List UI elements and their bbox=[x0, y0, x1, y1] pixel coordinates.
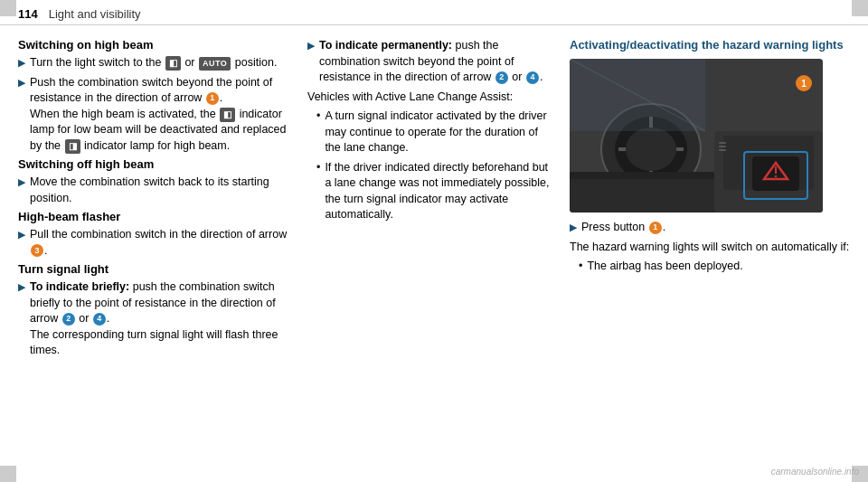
arrow-icon-1: ▶ bbox=[18, 56, 25, 70]
vehicles-text: Vehicles with Active Lane Change Assist: bbox=[307, 90, 552, 106]
push-switch-text: Push the combination switch beyond the p… bbox=[30, 75, 289, 155]
pull-switch-text: Pull the combination switch in the direc… bbox=[30, 227, 289, 259]
svg-rect-17 bbox=[719, 142, 726, 144]
auto-hazard-text: The hazard warning lights will switch on… bbox=[570, 240, 850, 256]
high-beam-indicator-badge: ◨ bbox=[65, 139, 80, 154]
list-item-press-button: ▶ Press button 1. bbox=[570, 220, 850, 236]
move-switch-text: Move the combination switch back to its … bbox=[30, 175, 289, 206]
low-beam-indicator-badge: ◧ bbox=[220, 108, 235, 122]
press-button-text: Press button 1. bbox=[581, 220, 665, 236]
section-switching-on-high-beam: Switching on high beam ▶ Turn the light … bbox=[18, 38, 289, 154]
list-item-turn-switch: ▶ Turn the light switch to the ◧ or AUTO… bbox=[18, 55, 289, 71]
right-dot-text-1: The airbag has been deployed. bbox=[587, 259, 742, 275]
mid-dot-text-2: If the driver indicated directly beforeh… bbox=[325, 160, 552, 223]
arrow-icon-6: ▶ bbox=[307, 39, 315, 52]
page-number: 114 bbox=[18, 7, 38, 21]
switching-on-list: ▶ Turn the light switch to the ◧ or AUTO… bbox=[18, 55, 289, 154]
list-item-pull-switch: ▶ Pull the combination switch in the dir… bbox=[18, 227, 289, 259]
mid-dot-text-1: A turn signal indicator activated by the… bbox=[325, 109, 552, 156]
right-dot-item-1: The airbag has been deployed. bbox=[579, 259, 850, 275]
watermark: carmanualsonline.info bbox=[771, 467, 859, 477]
list-item-move-switch: ▶ Move the combination switch back to it… bbox=[18, 175, 289, 206]
section-heading-turn: Turn signal light bbox=[18, 262, 289, 276]
badge-2b: 2 bbox=[495, 71, 508, 84]
page-container: 114 Light and visibility Switching on hi… bbox=[0, 0, 868, 482]
corner-decoration-bl bbox=[0, 466, 16, 482]
arrow-icon-4: ▶ bbox=[18, 228, 25, 241]
switching-off-list: ▶ Move the combination switch back to it… bbox=[18, 175, 289, 206]
badge-2a: 2 bbox=[62, 313, 75, 326]
badge-1: 1 bbox=[206, 92, 219, 105]
indicate-briefly-label: To indicate briefly: bbox=[30, 280, 129, 293]
corner-decoration-tl bbox=[0, 0, 16, 16]
badge-3: 3 bbox=[31, 244, 43, 257]
svg-rect-19 bbox=[719, 149, 726, 151]
indicate-permanently-list: ▶ To indicate permanently: push the comb… bbox=[307, 38, 552, 86]
list-item-indicate-permanently: ▶ To indicate permanently: push the comb… bbox=[307, 38, 552, 86]
section-turn-signal: Turn signal light ▶ To indicate briefly:… bbox=[18, 262, 289, 359]
car-interior-image: 1 bbox=[570, 59, 823, 213]
flasher-list: ▶ Pull the combination switch in the dir… bbox=[18, 227, 289, 259]
badge-4b: 4 bbox=[526, 71, 539, 84]
mid-dot-list: A turn signal indicator activated by the… bbox=[316, 109, 552, 223]
svg-point-16 bbox=[775, 175, 777, 177]
arrow-icon-2: ▶ bbox=[18, 76, 25, 90]
chapter-title: Light and visibility bbox=[49, 7, 141, 21]
corner-decoration-tr bbox=[852, 0, 868, 16]
indicate-briefly-text: To indicate briefly: push the combinatio… bbox=[30, 279, 289, 359]
car-interior-svg bbox=[570, 59, 823, 213]
turn-switch-text: Turn the light switch to the ◧ or AUTO p… bbox=[30, 55, 277, 71]
section-high-beam-flasher: High-beam flasher ▶ Pull the combination… bbox=[18, 210, 289, 259]
right-section-heading: Activating/deactivating the hazard warni… bbox=[570, 38, 850, 52]
svg-rect-18 bbox=[719, 146, 726, 147]
section-heading-flasher: High-beam flasher bbox=[18, 210, 289, 223]
mid-dot-item-1: A turn signal indicator activated by the… bbox=[316, 109, 552, 156]
indicate-permanently-text: To indicate permanently: push the combin… bbox=[319, 38, 552, 86]
page-header: 114 Light and visibility bbox=[0, 0, 868, 25]
section-switching-off-high-beam: Switching off high beam ▶ Move the combi… bbox=[18, 157, 289, 206]
svg-point-3 bbox=[626, 128, 676, 171]
middle-column: ▶ To indicate permanently: push the comb… bbox=[307, 38, 552, 363]
arrow-icon-7: ▶ bbox=[570, 221, 577, 234]
badge-1-press: 1 bbox=[649, 222, 662, 234]
arrow-icon-3: ▶ bbox=[18, 175, 25, 189]
arrow-icon-5: ▶ bbox=[18, 280, 25, 294]
left-column: Switching on high beam ▶ Turn the light … bbox=[18, 38, 289, 363]
low-beam-icon-badge: ◧ bbox=[165, 56, 181, 71]
list-item-indicate-briefly: ▶ To indicate briefly: push the combinat… bbox=[18, 279, 289, 359]
right-column: Activating/deactivating the hazard warni… bbox=[570, 38, 850, 363]
high-beam-note: When the high beam is activated, the ◧ i… bbox=[30, 108, 287, 152]
list-item-push-switch: ▶ Push the combination switch beyond the… bbox=[18, 75, 289, 155]
badge-4a: 4 bbox=[93, 313, 106, 326]
main-content: Switching on high beam ▶ Turn the light … bbox=[0, 25, 868, 372]
section-heading-on: Switching on high beam bbox=[18, 38, 289, 52]
badge-1-overlay: 1 bbox=[796, 75, 812, 91]
turn-signal-list: ▶ To indicate briefly: push the combinat… bbox=[18, 279, 289, 359]
indicate-permanently-label: To indicate permanently: bbox=[319, 39, 452, 52]
flash-note: The corresponding turn signal light will… bbox=[30, 328, 278, 357]
right-dot-list: The airbag has been deployed. bbox=[579, 259, 850, 275]
section-heading-off: Switching off high beam bbox=[18, 157, 289, 171]
press-button-list: ▶ Press button 1. bbox=[570, 220, 850, 236]
mid-dot-item-2: If the driver indicated directly beforeh… bbox=[316, 160, 552, 223]
auto-badge: AUTO bbox=[199, 57, 231, 71]
